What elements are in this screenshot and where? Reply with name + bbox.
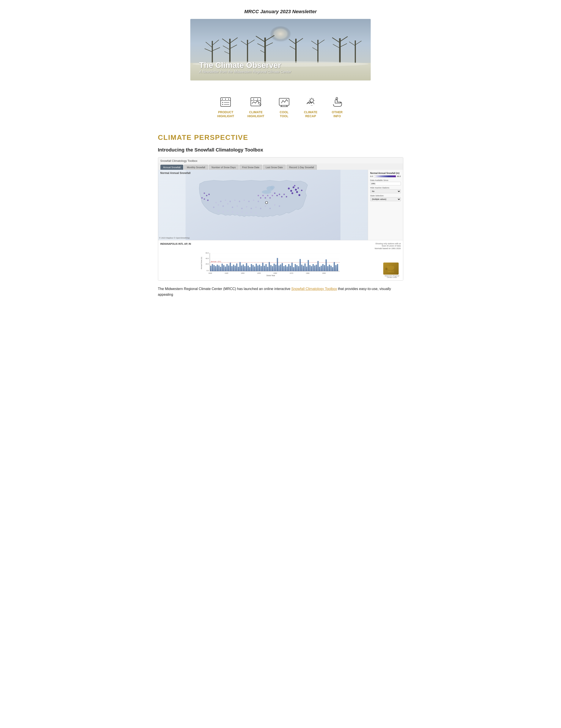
svg-point-75 [270, 186, 274, 189]
nav-label-other-info: OTHERINFO [332, 110, 343, 118]
color-bar [374, 175, 396, 177]
nav-label-product-highlight: PRODUCTHIGHLIGHT [217, 110, 234, 118]
svg-point-92 [220, 201, 221, 202]
svg-text:Normal = 25.2: Normal = 25.2 [211, 261, 221, 263]
svg-rect-177 [251, 264, 252, 271]
state-selection-select[interactable]: (Multiple values) [370, 197, 401, 201]
svg-text:1950: 1950 [241, 272, 244, 274]
svg-point-139 [265, 201, 268, 204]
svg-text:60.0: 60.0 [205, 252, 208, 254]
svg-point-86 [260, 208, 261, 209]
body-text: The Midwestern Regional Climate Center (… [158, 286, 403, 297]
svg-point-100 [257, 201, 259, 202]
svg-point-128 [250, 211, 252, 213]
snowfall-toolbox-link[interactable]: Snowfall Climatology Toolbox [291, 287, 337, 291]
nav-label-climate-recap: CLIMATERECAP [304, 110, 317, 118]
nav-label-cool-tool: COOLTOOL [279, 110, 289, 118]
tab-annual-snowfall[interactable]: Annual Snowfall [160, 165, 183, 170]
tab-record-1day[interactable]: Record 1-Day Snowfall [287, 165, 317, 170]
map-title: Normal Annual Snowfall [160, 172, 191, 175]
svg-rect-212 [308, 260, 309, 271]
svg-rect-184 [262, 263, 263, 271]
nav-item-climate-recap[interactable]: CLIMATERECAP [304, 96, 317, 118]
svg-point-114 [281, 196, 282, 197]
mrcc-logo: MRCC [383, 263, 399, 275]
svg-rect-206 [298, 266, 299, 271]
svg-rect-198 [285, 265, 286, 271]
svg-rect-222 [324, 265, 325, 271]
svg-rect-180 [255, 264, 257, 271]
data-since-input[interactable] [370, 182, 401, 185]
svg-point-90 [278, 206, 280, 207]
tab-last-snow-date[interactable]: Last Snow Date [263, 165, 286, 170]
chart-area: INDIANAPOLIS INTL AP, IN Showing only st… [158, 240, 403, 280]
svg-point-107 [296, 191, 298, 193]
svg-rect-217 [316, 265, 317, 271]
svg-rect-163 [228, 266, 229, 271]
svg-point-119 [262, 195, 263, 196]
svg-rect-155 [215, 266, 216, 271]
svg-rect-172 [243, 265, 244, 271]
svg-rect-174 [246, 263, 247, 271]
svg-rect-191 [273, 264, 275, 271]
svg-point-129 [255, 213, 256, 214]
tab-first-snow-date[interactable]: First Snow Date [239, 165, 262, 170]
svg-point-88 [269, 208, 270, 209]
svg-rect-199 [287, 266, 288, 271]
main-content: CLIMATE PERSPECTIVE Introducing the Snow… [140, 127, 421, 304]
nav-item-climate-highlight[interactable]: CLIMATEHIGHLIGHT [247, 96, 264, 118]
svg-line-63 [310, 99, 310, 99]
color-scale: 0.0 98.0 [370, 175, 401, 177]
svg-point-117 [257, 195, 259, 196]
chart-note: Showing only stations with at least 30 y… [375, 243, 401, 250]
svg-point-93 [224, 200, 226, 201]
svg-point-42 [222, 102, 223, 103]
svg-point-94 [229, 201, 230, 202]
nav-item-cool-tool[interactable]: COOLTOOL [277, 96, 291, 118]
svg-rect-209 [303, 266, 304, 271]
svg-rect-227 [332, 267, 333, 271]
svg-point-87 [264, 206, 266, 207]
svg-point-96 [239, 201, 240, 202]
tab-monthly-snowfall[interactable]: Monthly Snowfall [184, 165, 208, 170]
hide-inactive-label: Hide Inactive Stations [370, 187, 401, 189]
svg-rect-224 [327, 266, 329, 271]
svg-rect-152 [210, 266, 211, 271]
data-since-field: Data Available Since [370, 179, 401, 185]
svg-rect-159 [221, 264, 223, 271]
svg-rect-213 [309, 265, 311, 271]
svg-point-130 [217, 210, 219, 212]
nav-item-product-highlight[interactable]: PRODUCTHIGHLIGHT [217, 96, 234, 118]
svg-rect-189 [270, 265, 271, 271]
hide-inactive-select[interactable]: No [370, 189, 401, 193]
svg-point-58 [310, 99, 314, 102]
svg-rect-192 [275, 265, 276, 271]
svg-rect-153 [212, 264, 213, 271]
svg-rect-165 [231, 266, 232, 271]
svg-text:20.0: 20.0 [205, 263, 208, 265]
svg-rect-202 [291, 263, 293, 271]
svg-rect-176 [249, 267, 250, 271]
svg-rect-169 [237, 267, 239, 271]
svg-rect-183 [260, 266, 262, 271]
chart-wrapper: 60.0 40.0 20.0 0.0 Normal = 25.2 Annual … [160, 251, 401, 278]
svg-rect-181 [257, 266, 258, 271]
chart-station-name: INDIANAPOLIS INTL AP, IN [160, 243, 191, 245]
hide-inactive-field: Hide Inactive Stations No [370, 187, 401, 193]
svg-point-106 [294, 185, 295, 186]
chart-header: INDIANAPOLIS INTL AP, IN Showing only st… [160, 243, 401, 250]
svg-rect-161 [224, 266, 226, 271]
cool-tool-icon [277, 96, 291, 108]
tab-number-snow-days[interactable]: Number of Snow Days [209, 165, 239, 170]
svg-rect-154 [213, 265, 215, 271]
svg-rect-220 [321, 266, 322, 271]
svg-point-1 [263, 23, 298, 50]
svg-point-110 [301, 190, 302, 191]
body-text-before-link: The Midwestern Regional Climate Center (… [158, 287, 292, 291]
svg-point-111 [274, 193, 275, 194]
svg-text:40.0: 40.0 [205, 257, 208, 259]
nav-item-other-info[interactable]: OTHERINFO [331, 96, 344, 118]
chart-svg-area: 60.0 40.0 20.0 0.0 Normal = 25.2 Annual … [160, 251, 381, 278]
svg-point-89 [274, 204, 275, 206]
svg-point-113 [278, 194, 280, 195]
